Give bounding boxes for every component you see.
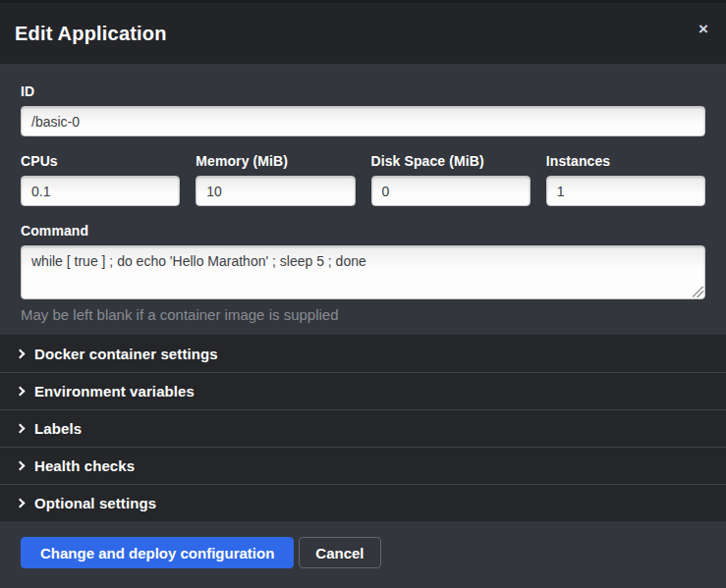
chevron-right-icon [16, 348, 26, 358]
chevron-right-icon [16, 499, 26, 508]
modal-footer: Change and deploy configuration Cancel [0, 521, 726, 588]
section-label: Labels [34, 420, 82, 437]
section-label: Environment variables [34, 383, 195, 400]
instances-field-group: Instances [546, 153, 705, 206]
section-labels[interactable]: Labels [0, 409, 726, 447]
command-label: Command [21, 223, 705, 239]
section-health-checks[interactable]: Health checks [0, 447, 726, 484]
modal-title: Edit Application [15, 23, 167, 45]
resources-row: CPUs Memory (MiB) Disk Space (MiB) Insta… [21, 153, 705, 206]
command-field-group: Command while [ true ] ; do echo 'Hello … [21, 223, 705, 323]
disk-input[interactable] [371, 176, 531, 206]
instances-input[interactable] [546, 176, 705, 206]
memory-field-group: Memory (MiB) [195, 153, 355, 206]
command-textarea-wrap: while [ true ] ; do echo 'Hello Marathon… [21, 245, 705, 299]
id-input[interactable] [21, 106, 705, 136]
disk-label: Disk Space (MiB) [371, 153, 531, 169]
section-optional-settings[interactable]: Optional settings [0, 484, 726, 521]
modal-header: Edit Application × [0, 3, 726, 64]
id-label: ID [21, 83, 705, 99]
memory-label: Memory (MiB) [195, 153, 355, 169]
close-icon[interactable]: × [697, 17, 710, 41]
id-field-group: ID [21, 83, 705, 136]
section-label: Docker container settings [34, 346, 218, 362]
disk-field-group: Disk Space (MiB) [371, 153, 531, 206]
command-textarea[interactable]: while [ true ] ; do echo 'Hello Marathon… [21, 245, 705, 299]
resize-handle-icon[interactable] [693, 287, 703, 297]
change-and-deploy-button[interactable]: Change and deploy configuration [21, 537, 294, 568]
collapsible-sections: Docker container settings Environment va… [0, 335, 726, 521]
chevron-right-icon [16, 424, 26, 434]
command-help-text: May be left blank if a container image i… [21, 306, 705, 323]
cpus-input[interactable] [21, 176, 180, 206]
modal-body: ID CPUs Memory (MiB) Disk Space (MiB) In… [0, 64, 726, 335]
cancel-button[interactable]: Cancel [299, 537, 380, 568]
section-label: Health checks [34, 457, 135, 474]
cpus-label: CPUs [21, 153, 180, 169]
edit-application-modal: Edit Application × ID CPUs Memory (MiB) … [0, 0, 726, 588]
chevron-right-icon [16, 387, 26, 397]
section-docker-container-settings[interactable]: Docker container settings [0, 335, 726, 372]
section-label: Optional settings [34, 495, 156, 511]
chevron-right-icon [16, 461, 26, 471]
instances-label: Instances [546, 153, 705, 169]
section-environment-variables[interactable]: Environment variables [0, 372, 726, 409]
cpus-field-group: CPUs [21, 153, 180, 206]
memory-input[interactable] [195, 176, 355, 206]
